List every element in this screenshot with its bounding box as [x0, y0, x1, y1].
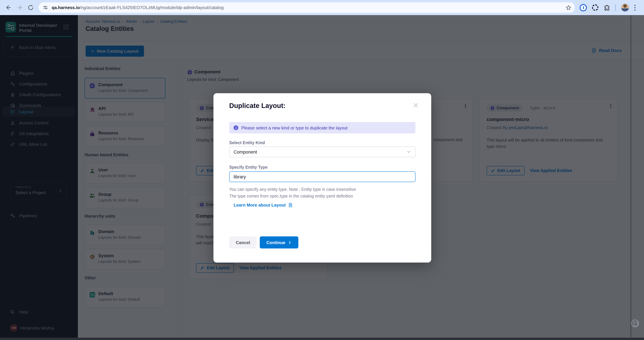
info-banner: i Please select a new kind or type to du…: [229, 122, 416, 133]
close-icon[interactable]: [413, 103, 418, 108]
browser-toolbar: qa.harness.io/ng/account/zEaak-FLS425IEO…: [0, 0, 644, 15]
toolbar-divider: [615, 4, 616, 11]
site-settings-icon[interactable]: [42, 5, 48, 10]
back-icon[interactable]: [5, 4, 12, 11]
browser-menu-icon[interactable]: [634, 4, 636, 10]
modal-title: Duplicate Layout:: [229, 102, 286, 110]
kind-field-label: Select Entity Kind: [229, 140, 265, 145]
info-icon: i: [234, 125, 238, 130]
browser-profile-avatar[interactable]: [621, 3, 629, 12]
type-note-line2: The type comes from spec.type in the cat…: [229, 194, 353, 199]
entity-type-input[interactable]: [229, 171, 416, 182]
learn-more-link[interactable]: Learn More about Layout: [234, 203, 293, 208]
floating-widget-icon[interactable]: [631, 320, 639, 327]
chevron-right-icon: [288, 241, 292, 244]
url-bar[interactable]: qa.harness.io/ng/account/zEaak-FLS425IEO…: [38, 2, 575, 13]
chevron-down-icon: [406, 150, 411, 154]
reload-icon[interactable]: [28, 4, 34, 11]
extensions-puzzle-icon[interactable]: [604, 4, 610, 11]
entity-kind-select[interactable]: Component: [229, 147, 416, 157]
doc-launch-icon: [288, 203, 293, 208]
forward-icon[interactable]: [16, 4, 23, 11]
bookmark-star-icon[interactable]: [566, 4, 572, 10]
loading-extension-icon[interactable]: [592, 4, 598, 11]
cancel-button[interactable]: Cancel: [229, 236, 257, 249]
continue-button[interactable]: Continue: [260, 236, 298, 249]
duplicate-layout-modal: Duplicate Layout: i Please select a new …: [214, 93, 431, 263]
screen: qa.harness.io/ng/account/zEaak-FLS425IEO…: [0, 0, 644, 340]
url-text: qa.harness.io/ng/account/zEaak-FLS425IEO…: [52, 5, 566, 10]
type-field-label: Specify Entity Type: [229, 165, 268, 170]
password-extension-icon[interactable]: [580, 4, 587, 11]
window-bottom-edge: [0, 338, 644, 340]
type-note-line1: You can specify any entity type. Note : …: [229, 187, 356, 192]
